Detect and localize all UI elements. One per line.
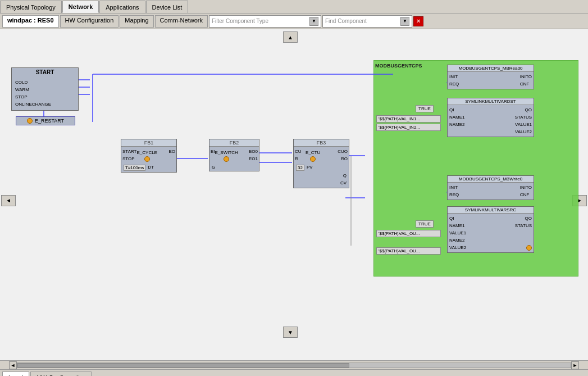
fb1-dt-port: DT [148,165,154,171]
port-stop: STOP [15,93,75,101]
tab-device-list[interactable]: Device List [146,1,189,13]
port-cold: COLD [15,79,75,86]
fb3-port-cuo: CUO [338,148,348,155]
mbread-port-init: INIT [449,73,459,80]
symsrc-port-value1: VALUE1 [449,229,466,237]
start-block: START COLD WARM STOP ONLINECHANGE [11,67,79,111]
start-title: START [12,68,78,76]
path-label-1: '$${PATH}VAL_IN1... [376,115,441,123]
symdst-port-value1: VALUE1 [515,121,532,128]
fb2-title: FB2 [209,139,259,147]
mbwrite-port-cnf: CNF [520,191,532,198]
e-restart-block: E_RESTART [16,116,75,125]
symdst-port-qi: QI [449,106,465,114]
fb3-pv-value: 32 [296,165,304,171]
symlink-dst-block: SYMLINKMULTIVARDST QI NAME1 NAME2 QO STA… [447,98,534,137]
fb3-title: FB3 [294,139,349,147]
fb3-port-cu: CU [295,148,302,155]
horizontal-scrollbar: ◄ ► [0,360,588,369]
fb3-pv-port: PV [307,165,313,171]
filter-placeholder: Filter Component Type [212,18,309,24]
scroll-track[interactable] [17,363,571,368]
windpac-selector[interactable]: windpac : RES0 [2,15,59,28]
fb2-port-eo1: EO1 [249,155,258,162]
hw-configuration-btn[interactable]: HW Configuration [60,15,119,28]
symdst-port-value2: VALUE2 [515,128,532,135]
top-tab-bar: Physical Topology Network Applications D… [0,0,588,13]
toolbar: windpac : RES0 HW Configuration Mapping … [0,13,588,29]
tab-local[interactable]: Local [2,372,29,377]
fb1-block: FB1 START STOP E_CYCLE EO T#100ms [121,139,177,173]
mapping-btn[interactable]: Mapping [120,15,153,28]
fb3-block: FB3 CU R E_CTU CUO RO 32 [293,139,349,188]
fb1-icon [144,156,150,162]
mbwrite-port-req: REQ [449,191,459,198]
port-onlinechange: ONLINECHANGE [15,101,75,108]
path-label-3: '$${PATH}VAL_OU... [376,230,441,237]
main-area: ▲ ▼ ◄ ► [0,29,588,360]
fb1-port-start: START [122,148,136,155]
nav-up-arrow[interactable]: ▲ [283,31,298,43]
find-combo[interactable]: Find Component ▼ [322,15,412,28]
true-label-2: TRUE [416,220,434,228]
modbus-read-block: MODBUSGENTCPS_MBRead0 INIT REQ INITO CNF [447,65,534,89]
fb2-port-eo0: EO0 [249,148,258,155]
restart-icon [27,118,33,124]
tab-physical-topology[interactable]: Physical Topology [0,1,62,13]
mbwrite-port-inito: INITO [520,184,532,191]
fb3-port-cv: CV [340,179,347,187]
fb3-port-q: Q [343,172,347,179]
path-label-4: '$${PATH}VAL_OU... [376,247,441,255]
modbus-region-title: MODBUSGENTCPS [375,63,422,69]
scroll-thumb[interactable] [17,363,349,368]
fb1-port-stop: STOP [122,155,135,162]
modbus-write-block: MODBUSGENTCPS_MBWrite0 INIT REQ INITO CN… [447,175,534,200]
modbus-write-title: MODBUSGENTCPS_MBWrite0 [448,176,534,183]
filter-combo[interactable]: Filter Component Type ▼ [209,15,321,28]
scroll-left-arrow[interactable]: ◄ [9,361,17,369]
symdst-port-name2: NAME2 [449,121,465,128]
fb3-port-ro: RO [341,155,348,162]
fb2-icon [224,156,229,162]
fb3-function: E_CTU [302,150,325,155]
fb2-block: FB2 EI E_SWITCH EO0 EO1 G [209,139,259,171]
fb2-function: E_SWITCH [215,150,238,155]
modbus-read-title: MODBUSGENTCPS_MBRead0 [448,65,534,72]
symlink-src-block: SYMLINKMULTIVARSRC QI NAME1 VALUE1 NAME2… [447,206,534,253]
symsrc-port-value2: VALUE2 [449,244,466,251]
fb2-g-port: G [209,164,259,171]
mbread-port-inito: INITO [520,73,532,80]
symlink-dst-title: SYMLINKMULTIVARDST [448,98,534,105]
fb1-time-value: T#100ms [124,165,145,171]
comm-network-btn[interactable]: Comm-Network [155,15,208,28]
e-restart-label: E_RESTART [35,118,64,124]
true-label-1: TRUE [416,105,434,112]
nav-down-arrow[interactable]: ▼ [283,327,298,338]
mbread-port-req: REQ [449,80,459,88]
path-label-2: '$${PATH}VAL_IN2... [376,124,441,131]
symsrc-port-status: STATUS [515,222,532,229]
tab-applications[interactable]: Applications [99,1,145,13]
symsrc-port-name2: NAME2 [449,237,466,244]
tab-hw-configuration[interactable]: HW Configuration [30,372,92,377]
bottom-tab-bar: Local HW Configuration [0,369,588,376]
fb3-port-r: R [295,155,298,162]
fb1-title: FB1 [121,139,176,147]
find-placeholder: Find Component [325,18,400,24]
fb3-icon [310,156,316,162]
find-arrow[interactable]: ▼ [400,17,409,26]
symdst-port-qo: QO [525,106,532,114]
mbread-port-cnf: CNF [520,80,532,88]
close-button[interactable]: ✕ [413,16,423,26]
fb1-port-eo: EO [168,148,175,155]
symdst-port-name1: NAME1 [449,114,465,121]
canvas[interactable]: ▲ ▼ ◄ ► [0,29,588,360]
scroll-right-arrow[interactable]: ► [571,361,579,369]
fb2-port-ei: EI [211,148,215,155]
tab-network[interactable]: Network [62,1,99,13]
symsrc-port-qi: QI [449,215,466,222]
nav-left-arrow[interactable]: ◄ [1,195,16,206]
symdst-port-status: STATUS [515,114,532,121]
filter-arrow[interactable]: ▼ [309,17,318,26]
symlink-src-title: SYMLINKMULTIVARSRC [448,207,534,214]
